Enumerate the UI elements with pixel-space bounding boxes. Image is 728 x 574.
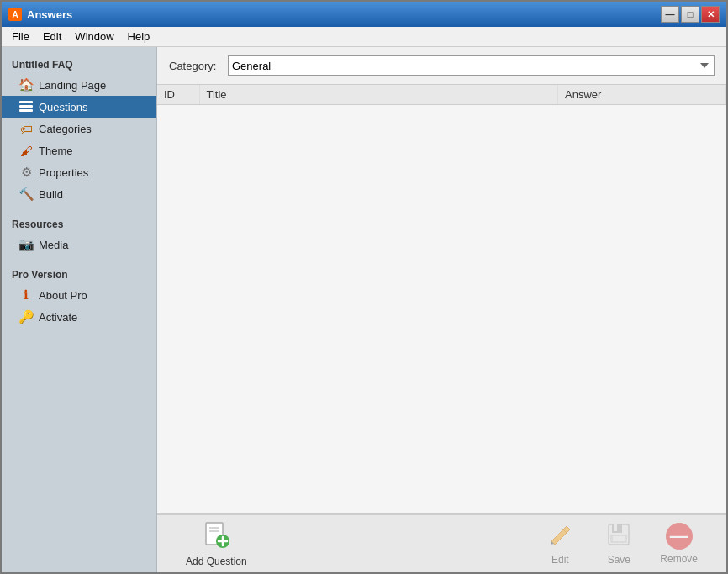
svg-rect-11 [614,524,617,531]
house-icon: 🏠 [18,77,34,92]
remove-label: Remove [660,553,698,565]
menu-file[interactable]: File [5,29,36,45]
save-button[interactable]: Save [589,518,648,571]
menu-edit[interactable]: Edit [36,29,68,45]
sidebar: Untitled FAQ 🏠 Landing Page Questions 🏷 … [2,47,157,572]
edit-icon [548,523,572,550]
category-select[interactable]: General [228,55,715,76]
sidebar-item-about-pro[interactable]: ℹ About Pro [2,284,156,306]
questions-table: ID Title Answer [157,85,726,105]
svg-rect-2 [19,109,33,112]
category-label: Category: [169,60,219,72]
sidebar-item-landing-page[interactable]: 🏠 Landing Page [2,74,156,96]
sidebar-item-theme[interactable]: 🖌 Theme [2,140,156,161]
menu-help[interactable]: Help [121,29,157,45]
sidebar-section-resources: Resources [2,213,156,234]
maximize-button[interactable]: □ [681,6,699,23]
sidebar-item-activate[interactable]: 🔑 Activate [2,306,156,328]
sidebar-item-label: Landing Page [39,79,106,92]
tag-icon: 🏷 [18,121,34,136]
key-icon: 🔑 [18,309,34,324]
col-header-title: Title [199,85,558,105]
sidebar-item-label: Build [39,188,63,201]
title-bar: A Answers — □ ✕ [2,2,726,27]
content-header: Category: General [157,47,726,85]
sidebar-item-label: Activate [39,311,77,324]
menu-bar: File Edit Window Help [2,27,726,47]
window-controls: — □ ✕ [661,6,720,23]
add-question-label: Add Question [186,556,247,567]
col-header-answer: Answer [558,85,726,105]
sidebar-item-label: Media [39,239,68,251]
sidebar-item-media[interactable]: 📷 Media [2,234,156,255]
svg-rect-13 [613,536,625,541]
sidebar-section-faq: Untitled FAQ [2,54,156,74]
svg-rect-0 [19,101,33,103]
hammer-icon: 🔨 [18,187,34,202]
sidebar-item-properties[interactable]: ⚙ Properties [2,161,156,183]
app-icon: A [8,8,22,21]
sidebar-item-categories[interactable]: 🏷 Categories [2,118,156,140]
info-icon: ℹ [18,287,34,303]
sidebar-item-label: Theme [39,145,72,157]
list-icon [18,99,34,114]
sidebar-item-label: Categories [39,123,92,135]
window-title: Answers [27,8,661,21]
edit-label: Edit [551,554,569,566]
brush-icon: 🖌 [18,143,34,158]
remove-icon: — [666,523,693,550]
minimize-button[interactable]: — [661,6,679,23]
sidebar-item-questions[interactable]: Questions [2,96,156,118]
menu-window[interactable]: Window [68,29,120,45]
sidebar-item-build[interactable]: 🔨 Build [2,183,156,205]
add-question-button[interactable]: Add Question [174,516,259,572]
sidebar-item-label: Properties [39,166,88,179]
content-area: Category: General ID Title Answer [157,47,726,572]
col-header-id: ID [157,85,199,105]
gear-icon: ⚙ [18,165,34,180]
questions-table-container: ID Title Answer [157,85,726,513]
sidebar-item-label: About Pro [39,289,87,302]
sidebar-item-label: Questions [39,101,88,113]
remove-button[interactable]: — Remove [648,518,710,570]
save-label: Save [608,554,630,566]
save-icon [607,523,630,550]
edit-button[interactable]: Edit [530,518,589,571]
footer-toolbar: Add Question Edit [157,513,726,572]
add-question-icon [203,521,229,552]
main-window: A Answers — □ ✕ File Edit Window Help Un… [0,0,728,574]
svg-rect-1 [19,105,33,108]
main-content: Untitled FAQ 🏠 Landing Page Questions 🏷 … [2,47,726,572]
close-button[interactable]: ✕ [701,6,720,23]
sidebar-section-pro: Pro Version [2,264,156,284]
media-icon: 📷 [18,237,34,252]
